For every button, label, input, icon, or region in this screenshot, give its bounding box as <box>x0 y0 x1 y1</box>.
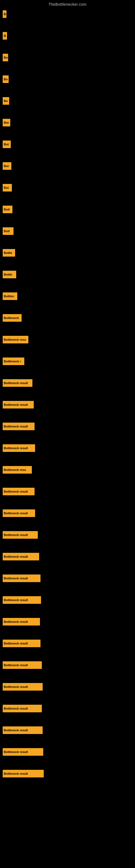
bar-label: Bottleneck <box>4 316 19 319</box>
bar-row: Bottleneck result <box>3 553 132 560</box>
bar-row: Bottleneck result <box>3 705 132 712</box>
bar-row: Bottleneck r <box>3 358 132 365</box>
bar-label: Bottleneck result <box>4 490 28 493</box>
bar-row: Bottleneck result <box>3 423 132 430</box>
bar: Bott <box>3 206 12 213</box>
bar: Bottleneck result <box>3 748 43 756</box>
bar: Bottleneck result <box>3 640 41 647</box>
bar-row: Bottleneck result <box>3 596 132 604</box>
bar: B <box>3 32 7 40</box>
bar-row: Bott <box>3 206 132 213</box>
bar: Bott <box>3 227 13 235</box>
bar-label: Bo <box>4 99 8 102</box>
bar-label: Bot <box>4 164 9 167</box>
bar: Bottleneck result <box>3 379 32 387</box>
bar-row: Bot <box>3 184 132 191</box>
bar-row: Bottle <box>3 249 132 257</box>
bar-row: Bottleneck result <box>3 683 132 691</box>
bar-label: Bottleneck result <box>4 533 28 536</box>
bar-row: B <box>3 10 132 18</box>
bar-row: Bottleneck result <box>3 444 132 452</box>
bar-label: Bo <box>4 56 8 59</box>
bar-row: Bottleneck <box>3 314 132 322</box>
bar: Bottleneck result <box>3 618 40 625</box>
bar: Bot <box>3 141 11 148</box>
bar: Bottle <box>3 249 15 257</box>
bar-label: Bottleneck result <box>4 425 28 428</box>
bar-label: Bottlen <box>4 294 14 298</box>
bar-label: B <box>4 12 6 16</box>
bar-label: Bottleneck result <box>4 577 28 580</box>
bar-label: Bott <box>4 208 10 211</box>
bar: Bottleneck result <box>3 770 44 777</box>
bar: Bottleneck result <box>3 726 43 734</box>
bar: Bottleneck result <box>3 531 38 539</box>
bar-row: Bottle <box>3 271 132 278</box>
bar-label: Bottleneck resu <box>4 338 26 341</box>
bar: Bottleneck result <box>3 401 34 408</box>
bar-row: Bo <box>3 97 132 105</box>
bar-label: B <box>4 34 6 37</box>
bar-label: Bottleneck result <box>4 555 28 558</box>
bar: Bottleneck <box>3 314 21 322</box>
bar-row: Bottleneck resu <box>3 336 132 343</box>
bar-label: Bottleneck r <box>4 360 21 363</box>
bar-row: Bottleneck result <box>3 618 132 625</box>
bar-row: Bottleneck resu <box>3 466 132 474</box>
bar-label: Bott <box>4 229 10 233</box>
bar-label: Bottleneck result <box>4 598 28 601</box>
bar: Bottleneck result <box>3 553 39 560</box>
bar: Bottleneck result <box>3 575 41 582</box>
bar-row: Bot <box>3 119 132 126</box>
bar-label: Bottleneck result <box>4 446 28 450</box>
bar: Bottleneck resu <box>3 336 28 343</box>
bar-label: Bottleneck result <box>4 772 28 775</box>
bar-row: Bottleneck result <box>3 640 132 647</box>
bar-label: Bottleneck result <box>4 403 28 406</box>
bar-row: Bottleneck result <box>3 575 132 582</box>
bar: Bottle <box>3 271 16 278</box>
bar: Bottleneck resu <box>3 466 32 474</box>
bar: Bottlen <box>3 292 17 300</box>
bar: Bo <box>3 54 8 61</box>
bar-row: Bottleneck result <box>3 661 132 669</box>
bar: Bottleneck r <box>3 358 24 365</box>
bar: Bottleneck result <box>3 488 35 495</box>
bar: B <box>3 10 6 18</box>
bar: Bottleneck result <box>3 509 35 517</box>
bar-row: Bo <box>3 54 132 61</box>
bar-row: Bottleneck result <box>3 770 132 777</box>
bar: Bottleneck result <box>3 423 35 430</box>
bar-label: Bottleneck result <box>4 642 28 645</box>
bar: Bo <box>3 75 9 83</box>
bar-label: Bot <box>4 186 9 189</box>
bar-label: Bottleneck result <box>4 728 28 732</box>
bar-label: Bottle <box>4 273 12 276</box>
bar-row: Bottleneck result <box>3 509 132 517</box>
bar-row: Bottleneck result <box>3 488 132 495</box>
bar-row: Bottleneck result <box>3 401 132 408</box>
bar-label: Bottleneck result <box>4 381 28 384</box>
bars-container: BBBoBoBoBotBotBotBotBottBottBottleBottle… <box>0 8 135 792</box>
bar: Bottleneck result <box>3 705 42 712</box>
bar: Bottleneck result <box>3 596 41 604</box>
bar-row: Bottleneck result <box>3 748 132 756</box>
bar-row: Bot <box>3 162 132 170</box>
bar: Bot <box>3 119 10 126</box>
bar: Bottleneck result <box>3 661 42 669</box>
bar-label: Bot <box>4 121 9 124</box>
bar: Bottleneck result <box>3 683 43 691</box>
bar: Bot <box>3 162 11 170</box>
bar-label: Bottleneck result <box>4 620 28 623</box>
bar-row: Bot <box>3 141 132 148</box>
site-title: TheBottlenecker.com <box>0 0 135 8</box>
bar-label: Bottleneck result <box>4 663 28 667</box>
bar-row: Bottleneck result <box>3 726 132 734</box>
bar-row: Bottleneck result <box>3 531 132 539</box>
bar-label: Bottleneck result <box>4 685 28 688</box>
bar-row: Bottleneck result <box>3 379 132 387</box>
bar-row: Bottlen <box>3 292 132 300</box>
bar-label: Bottleneck result <box>4 512 28 515</box>
bar-label: Bo <box>4 78 8 81</box>
bar-row: Bott <box>3 227 132 235</box>
